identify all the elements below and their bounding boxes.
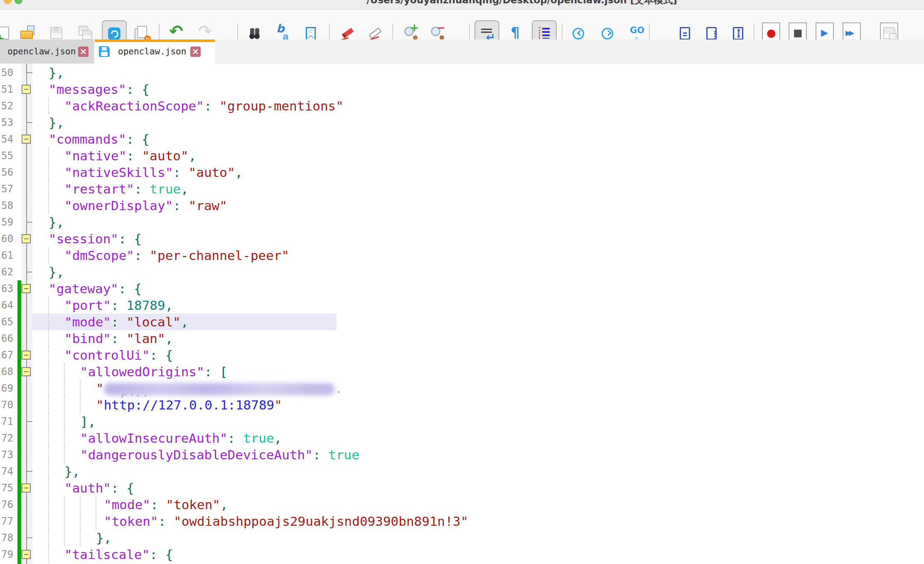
code-text: "allowInsecureAuth": true, (32, 430, 282, 446)
stop-macro-icon (790, 25, 805, 40)
code-line-67[interactable]: 67"controlUi": { (0, 347, 924, 363)
token-key: "allowInsecureAuth" (80, 431, 228, 446)
code-line-59[interactable]: 59}, (0, 214, 924, 231)
line-number: 52 (0, 98, 13, 114)
code-text: ". (32, 380, 342, 397)
code-line-66[interactable]: 66"bind": "lan", (0, 330, 924, 347)
token-pun: : (134, 181, 150, 196)
token-pun: }, (49, 65, 64, 80)
token-str: " (96, 381, 104, 396)
code-line-71[interactable]: 71], (0, 413, 924, 430)
code-line-63[interactable]: 63"gateway": { (0, 280, 924, 297)
token-key: "ownerDisplay" (64, 198, 173, 213)
token-str: "local" (126, 314, 181, 329)
code-line-77[interactable]: 77"token": "owdiabshppoajs29uakjsnd09390… (0, 513, 924, 530)
code-line-78[interactable]: 78}, (0, 530, 924, 546)
show-symbols-icon (508, 25, 523, 40)
fold-collapse-icon[interactable] (22, 367, 31, 376)
token-pun: , (235, 165, 243, 180)
token-key: "token" (104, 514, 158, 529)
code-line-74[interactable]: 74}, (0, 463, 924, 480)
fold-collapse-icon[interactable] (22, 550, 31, 559)
code-text: "ackReactionScope": "group-mentions" (32, 98, 344, 114)
play-macro-multi-icon (844, 25, 859, 40)
token-pun: : (150, 497, 166, 512)
code-line-64[interactable]: 64"port": 18789, (0, 297, 924, 314)
tab-label: openclaw.json (118, 39, 186, 64)
fold-collapse-icon[interactable] (22, 483, 31, 493)
close-tab-icon[interactable] (190, 47, 201, 57)
code-editor[interactable]: 50},51"messages": {52"ackReactionScope":… (0, 64, 924, 564)
line-number: 51 (0, 81, 13, 98)
code-line-52[interactable]: 52"ackReactionScope": "group-mentions" (0, 98, 924, 114)
line-number: 66 (0, 330, 13, 347)
fold-collapse-icon[interactable] (22, 85, 31, 94)
token-pun: : (126, 148, 142, 163)
tab-openclaw-json-2[interactable]: openclaw.json (95, 39, 215, 64)
code-line-60[interactable]: 60"session": { (0, 231, 924, 247)
line-number: 65 (0, 314, 13, 330)
code-line-69[interactable]: 69".p:// (0, 380, 924, 397)
tab-bar: openclaw.json openclaw.json (0, 39, 924, 64)
token-bool: true (150, 181, 181, 196)
code-line-57[interactable]: 57"restart": true, (0, 181, 924, 197)
code-line-61[interactable]: 61"dmScope": "per-channel-peer" (0, 247, 924, 264)
line-number: 57 (0, 181, 13, 197)
close-all-icon (135, 25, 150, 40)
token-key: "messages" (49, 82, 126, 97)
fold-end-tick (27, 222, 32, 223)
token-pun: }, (64, 464, 80, 479)
code-line-65[interactable]: 65"mode": "local", (0, 314, 924, 330)
code-text: }, (32, 64, 64, 81)
tab-openclaw-json-1[interactable]: openclaw.json (0, 39, 94, 64)
code-line-50[interactable]: 50}, (0, 64, 924, 81)
zoom-in-icon (403, 25, 418, 40)
pane-single-icon (706, 27, 717, 40)
code-line-51[interactable]: 51"messages": { (0, 81, 924, 98)
fold-collapse-icon[interactable] (22, 351, 31, 360)
code-line-79[interactable]: 79"tailscale": { (0, 546, 924, 563)
line-number: 55 (0, 147, 13, 164)
token-str: "raw" (189, 198, 227, 213)
code-line-72[interactable]: 72"allowInsecureAuth": true, (0, 430, 924, 446)
line-number: 54 (0, 131, 13, 147)
fold-collapse-icon[interactable] (22, 135, 31, 144)
line-number: 75 (0, 480, 13, 496)
code-line-70[interactable]: 70"http://127.0.0.1:18789" (0, 397, 924, 413)
fold-collapse-icon[interactable] (22, 284, 31, 293)
code-line-53[interactable]: 53}, (0, 114, 924, 131)
token-pun: }, (96, 530, 111, 545)
line-number: 69 (0, 380, 13, 397)
code-line-76[interactable]: 76"mode": "token", (0, 496, 924, 513)
code-line-62[interactable]: 62}, (0, 264, 924, 280)
code-line-75[interactable]: 75"auth": { (0, 480, 924, 496)
token-pun: : { (118, 281, 142, 296)
code-line-56[interactable]: 56"nativeSkills": "auto", (0, 164, 924, 181)
line-number: 58 (0, 197, 13, 214)
minimize-button[interactable] (4, 0, 12, 4)
nav-forward-icon (602, 28, 613, 39)
fold-collapse-icon[interactable] (22, 234, 31, 243)
code-line-73[interactable]: 73"dangerouslyDisableDeviceAuth": true (0, 446, 924, 463)
token-pun: , (220, 497, 228, 512)
code-text: "restart": true, (32, 181, 189, 197)
code-line-55[interactable]: 55"native": "auto", (0, 147, 924, 164)
token-bool: true (243, 431, 274, 446)
code-text: "mode": "local", (32, 314, 189, 330)
close-tab-icon[interactable] (78, 47, 88, 57)
line-number: 68 (0, 363, 13, 380)
token-key: "dangerouslyDisableDeviceAuth" (80, 447, 313, 462)
code-text: "nativeSkills": "auto", (32, 164, 243, 181)
line-number: 70 (0, 397, 13, 413)
token-str: "lan" (126, 331, 165, 346)
zoom-out-icon (430, 25, 445, 40)
token-key: "controlUi" (64, 348, 150, 363)
token-key: "bind" (64, 331, 111, 346)
highlight-marker-icon (341, 25, 356, 40)
code-line-68[interactable]: 68"allowedOrigins": [ (0, 363, 924, 380)
goto-icon (629, 25, 644, 40)
token-pun: : (204, 98, 219, 113)
fullscreen-button[interactable] (15, 0, 22, 4)
code-line-58[interactable]: 58"ownerDisplay": "raw" (0, 197, 924, 214)
code-line-54[interactable]: 54"commands": { (0, 131, 924, 147)
